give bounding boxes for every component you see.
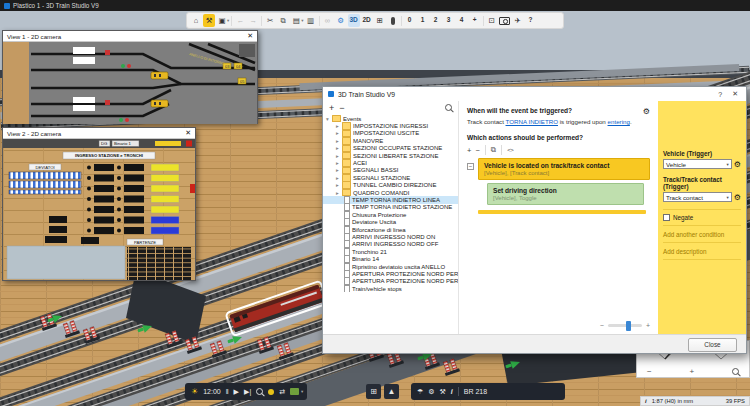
settings-gear-icon[interactable]: ⚙ bbox=[428, 388, 434, 395]
negate-checkbox[interactable] bbox=[663, 214, 670, 221]
camera-button[interactable] bbox=[499, 14, 511, 27]
tree-item[interactable]: Chiusura Protezione bbox=[323, 211, 458, 218]
tree-item[interactable]: ARRIVI INGRESSO NORD OFF bbox=[323, 241, 458, 248]
tree-item[interactable]: Deviatore Uscita bbox=[323, 218, 458, 225]
environment-icon[interactable]: ☂ bbox=[417, 388, 423, 395]
redo-button[interactable]: → bbox=[247, 14, 259, 27]
home-button[interactable]: ⌂ bbox=[190, 14, 202, 27]
yellow-slider[interactable] bbox=[155, 141, 181, 146]
tree-item[interactable]: ▸ SEGNALI STAZIONE bbox=[323, 174, 458, 181]
save-dropdown-chevron[interactable]: ▾ bbox=[227, 18, 229, 23]
tree-item[interactable]: TEMP TORNA INDIETRO STAZIONE bbox=[323, 204, 458, 211]
tree-item[interactable]: TEMP TORNA INDIETRO LINEA bbox=[323, 196, 458, 203]
vehicle-select[interactable]: Vehicle ▾ bbox=[663, 159, 732, 169]
help-button[interactable]: ? bbox=[525, 14, 537, 27]
add-event-button[interactable]: + bbox=[329, 103, 334, 113]
daylight-sun-icon[interactable]: ☀ bbox=[191, 387, 198, 396]
pause-button[interactable]: ‖ bbox=[226, 388, 229, 395]
remove-event-button[interactable]: − bbox=[339, 103, 344, 113]
link-button[interactable]: ∞ bbox=[322, 14, 334, 27]
track-contact-select[interactable]: Track contact ▾ bbox=[663, 192, 732, 202]
track-gear-icon[interactable]: ⚙ bbox=[734, 193, 741, 202]
tree-item[interactable]: ▾ Events bbox=[323, 115, 458, 122]
rocket-button[interactable]: ✈ bbox=[512, 14, 524, 27]
tools-icon[interactable]: ⚒ bbox=[440, 388, 446, 395]
collapse-condition-icon[interactable]: − bbox=[467, 163, 474, 170]
view2-canvas[interactable]: DG Binario 1 INGRESSO STAZIONE e TRONCHI… bbox=[3, 139, 195, 280]
speed-minus-button[interactable]: − bbox=[647, 367, 652, 376]
speed-mode-indicator[interactable] bbox=[290, 388, 299, 395]
view2-titlebar[interactable]: View 2 - 2D camera ✕ bbox=[3, 128, 195, 139]
train-marker[interactable] bbox=[151, 72, 168, 79]
cut-button[interactable]: ✂ bbox=[264, 14, 276, 27]
layer-0-button[interactable]: 0 bbox=[404, 14, 416, 27]
terrain-view-button[interactable]: ▲ bbox=[384, 384, 399, 399]
add-description-link[interactable]: Add description bbox=[663, 243, 741, 260]
tree-item[interactable]: APERTURA PROTEZIONE NORD PER TRONCO bbox=[323, 278, 458, 285]
view1-titlebar[interactable]: View 1 - 2D camera ✕ bbox=[3, 31, 257, 42]
binario-select[interactable]: Binario 1 bbox=[114, 141, 132, 146]
trigger-settings-gear-icon[interactable]: ⚙ bbox=[643, 107, 650, 116]
tree-item[interactable]: ▸ SEGNALI BASSI bbox=[323, 167, 458, 174]
tree-item[interactable]: Train/vehicle stops bbox=[323, 285, 458, 292]
copy-button[interactable]: ⧉ bbox=[277, 14, 289, 27]
track-contact-link[interactable]: TORNA INDIETRO bbox=[506, 118, 558, 125]
shuffle-button[interactable]: ⇄ bbox=[279, 388, 285, 395]
zoom-slider-handle[interactable] bbox=[626, 321, 631, 331]
properties-wrench-button[interactable]: ⚙ bbox=[335, 14, 347, 27]
selected-loco-label[interactable]: BR 218 bbox=[464, 388, 487, 395]
tree-item[interactable]: Tronchino 21 bbox=[323, 248, 458, 255]
play-button[interactable]: ▶ bbox=[234, 388, 239, 395]
view1-close-icon[interactable]: ✕ bbox=[247, 32, 253, 40]
tree-item[interactable]: APERTURA PROTEZIONE NORD PER STAZIONE bbox=[323, 270, 458, 277]
close-button[interactable]: Close bbox=[688, 338, 737, 352]
tree-item[interactable]: ▸ TUNNEL CAMBIO DIREZIONE bbox=[323, 182, 458, 189]
grid-view-button[interactable]: ⊞ bbox=[366, 384, 381, 399]
dialog-help-button[interactable]: ? bbox=[715, 91, 725, 98]
delete-button[interactable]: ▥ bbox=[305, 14, 317, 27]
zoom-out-button[interactable]: − bbox=[600, 322, 604, 329]
layer-4-button[interactable]: 4 bbox=[456, 14, 468, 27]
entering-link[interactable]: entering bbox=[608, 118, 630, 125]
dialog-close-icon[interactable]: ✕ bbox=[729, 90, 741, 98]
mode-2d-button[interactable]: 2D bbox=[361, 14, 373, 27]
layer-3-button[interactable]: 3 bbox=[443, 14, 455, 27]
tree-item[interactable]: ▸ IMPOSTAZIONI USCITE bbox=[323, 130, 458, 137]
construction-tools-button[interactable]: ⚒ bbox=[203, 14, 215, 27]
tree-item[interactable]: Biforcazione di linea bbox=[323, 226, 458, 233]
step-button[interactable]: ▶| bbox=[244, 388, 251, 395]
view1-canvas[interactable]: 03 04 05 ANELLO DI RITORNO bbox=[3, 42, 257, 124]
tree-item[interactable]: ARRIVI INGRESSO NORD ON bbox=[323, 233, 458, 240]
view2-close-icon[interactable]: ✕ bbox=[185, 129, 191, 137]
add-action-button[interactable]: + bbox=[467, 146, 471, 155]
tree-item[interactable]: ▸ MANOVRE bbox=[323, 137, 458, 144]
tree-item[interactable]: ▸ QUADRO COMANDI bbox=[323, 189, 458, 196]
info-icon[interactable]: i bbox=[645, 398, 647, 404]
train-marker[interactable] bbox=[151, 100, 168, 107]
stop-button[interactable] bbox=[186, 141, 192, 147]
vehicle-gear-icon[interactable]: ⚙ bbox=[734, 160, 741, 169]
tree-item[interactable]: ▸ SEZIONI OCCUPATE STAZIONE bbox=[323, 145, 458, 152]
zoom-in-button[interactable]: + bbox=[646, 322, 650, 329]
code-view-button[interactable]: <> bbox=[507, 147, 513, 153]
layer-1-button[interactable]: 1 bbox=[417, 14, 429, 27]
tree-item[interactable]: ▸ ACEI bbox=[323, 159, 458, 166]
search-icon[interactable] bbox=[445, 104, 452, 111]
speed-plus-button[interactable]: + bbox=[690, 367, 695, 376]
locate-loco-icon[interactable] bbox=[732, 368, 739, 375]
add-condition-link[interactable]: Add another condition bbox=[663, 226, 741, 243]
mode-3d-button[interactable]: 3D bbox=[348, 14, 360, 27]
grid-button[interactable]: ⊞ bbox=[374, 14, 386, 27]
zoom-slider-track[interactable] bbox=[608, 324, 642, 327]
paste-dropdown-chevron[interactable]: ▾ bbox=[301, 18, 303, 23]
layer-2-button[interactable]: 2 bbox=[430, 14, 442, 27]
tree-item[interactable]: ▸ IMPOSTAZIONE INGRESSI bbox=[323, 122, 458, 129]
tree-item[interactable]: Binario 14 bbox=[323, 255, 458, 262]
remove-action-button[interactable]: − bbox=[475, 146, 479, 155]
zoom-icon[interactable] bbox=[256, 388, 263, 395]
dialog-titlebar[interactable]: 3D Train Studio V9 ? ✕ bbox=[323, 87, 746, 101]
info-icon[interactable]: i bbox=[451, 388, 453, 395]
lamp-button[interactable] bbox=[387, 14, 399, 27]
copy-action-button[interactable]: ⧉ bbox=[491, 145, 496, 155]
dg-button[interactable]: DG bbox=[101, 141, 108, 146]
